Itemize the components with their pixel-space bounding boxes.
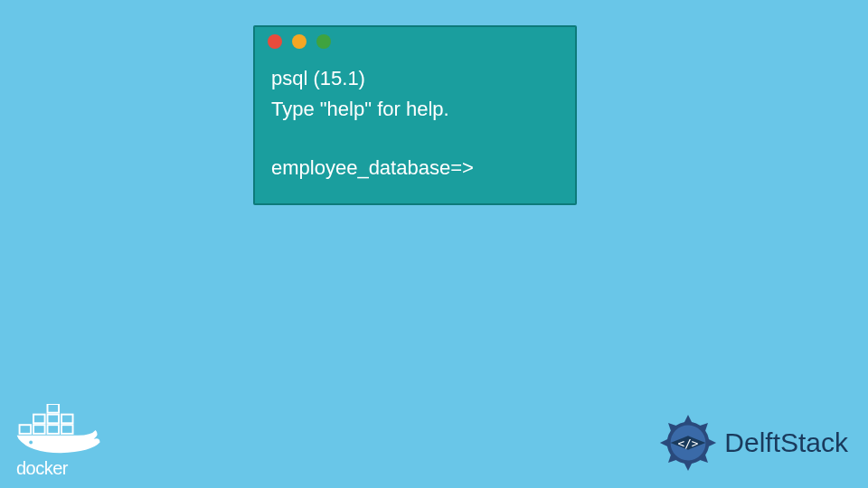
svg-rect-1	[33, 415, 45, 424]
docker-label: docker	[16, 458, 105, 479]
docker-logo: docker	[16, 404, 105, 479]
svg-point-8	[29, 441, 33, 445]
svg-rect-5	[33, 425, 45, 434]
svg-rect-0	[48, 404, 60, 413]
docker-whale-icon	[16, 404, 105, 456]
close-icon[interactable]	[268, 34, 282, 49]
minimize-icon[interactable]	[292, 34, 307, 49]
svg-rect-3	[61, 415, 73, 424]
delftstack-logo: </> DelftStack	[657, 412, 848, 474]
terminal-body: psql (15.1) Type "help" for help. employ…	[255, 56, 575, 203]
terminal-output-line: psql (15.1)	[271, 63, 559, 94]
terminal-blank-line	[271, 125, 559, 153]
terminal-output-line: Type "help" for help.	[271, 94, 559, 125]
svg-rect-2	[48, 415, 60, 424]
svg-rect-7	[61, 425, 73, 434]
svg-rect-6	[48, 425, 60, 434]
svg-text:</>: </>	[678, 436, 699, 450]
terminal-window: psql (15.1) Type "help" for help. employ…	[253, 25, 577, 205]
svg-rect-4	[20, 425, 32, 434]
maximize-icon[interactable]	[316, 34, 331, 49]
terminal-prompt[interactable]: employee_database=>	[271, 153, 559, 183]
delftstack-label: DelftStack	[724, 427, 848, 458]
window-titlebar	[255, 27, 575, 56]
delftstack-emblem-icon: </>	[657, 412, 719, 474]
